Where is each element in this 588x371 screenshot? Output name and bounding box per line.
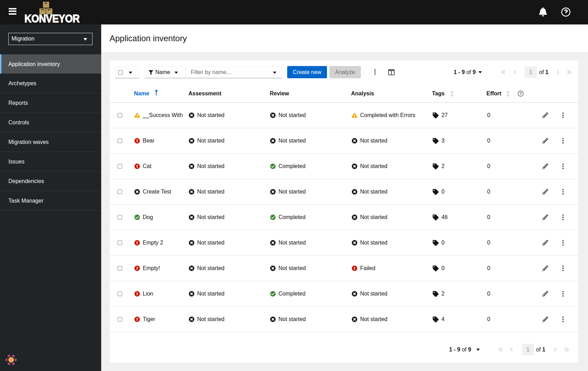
svg-text:?: ? — [520, 92, 522, 96]
